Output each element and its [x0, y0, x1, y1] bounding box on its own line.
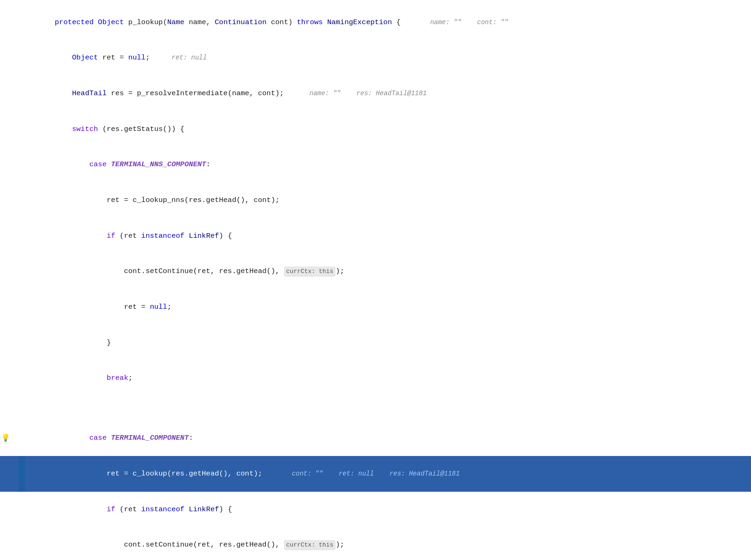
- code-line-15: cont.setContinue(ret, res.getHead(), cur…: [0, 527, 751, 560]
- type-linkref1: LinkRef: [189, 232, 219, 240]
- line-content-11: break;: [25, 361, 751, 397]
- inline-hint-2: currCtx: this: [284, 540, 336, 550]
- code-line-1: protected Object p_lookup(Name name, Con…: [0, 5, 751, 40]
- keyword-instanceof1: instanceof: [141, 232, 184, 240]
- keyword-if2: if: [106, 505, 115, 514]
- line-content-13: ret = c_lookup(res.getHead(), cont); con…: [25, 456, 751, 492]
- code-line-12: 💡 case TERMINAL_COMPONENT:: [0, 421, 751, 456]
- keyword-case1: case: [89, 160, 106, 169]
- line-content-2: Object ret = null; ret: null: [25, 40, 751, 76]
- hint-1: name: "" cont: "": [415, 19, 508, 26]
- code-line-6: ret = c_lookup_nns(res.getHead(), cont);: [0, 182, 751, 218]
- code-line-10: }: [0, 325, 751, 361]
- keyword-null1: null: [128, 53, 145, 62]
- line-content-14: if (ret instanceof LinkRef) {: [25, 492, 751, 527]
- keyword-instanceof2: instanceof: [141, 505, 184, 514]
- debug-marker-b2: [19, 409, 25, 421]
- code-line-13: ret = c_lookup(res.getHead(), cont); con…: [0, 456, 751, 492]
- hint-3: name: "" res: HeadTail@1181: [298, 90, 427, 97]
- keyword-break1: break: [106, 374, 128, 382]
- type-name: Name: [167, 18, 184, 26]
- debug-marker-15: [19, 527, 25, 560]
- case-terminal-nns: TERMINAL_NNS_COMPONENT: [111, 160, 206, 169]
- line-content-15: cont.setContinue(ret, res.getHead(), cur…: [25, 527, 751, 560]
- type-continuation: Continuation: [215, 18, 267, 26]
- lightbulb-icon[interactable]: 💡: [1, 432, 10, 444]
- type-exception: NamingException: [327, 18, 392, 26]
- debug-marker-8: [19, 254, 25, 290]
- line-content-8: cont.setContinue(ret, res.getHead(), cur…: [25, 254, 751, 290]
- debug-marker-14: [19, 492, 25, 527]
- type-headtail: HeadTail: [72, 89, 106, 98]
- debug-marker-5: [19, 147, 25, 183]
- line-content-5: case TERMINAL_NNS_COMPONENT:: [25, 147, 751, 183]
- debug-marker-11: [19, 361, 25, 397]
- blank-line-1: [0, 397, 751, 409]
- keyword-case2: case: [89, 434, 106, 442]
- line-content-10: }: [25, 325, 751, 361]
- debug-marker-7: [19, 218, 25, 254]
- line-content-4: switch (res.getStatus()) {: [25, 111, 751, 147]
- keyword-protected: protected: [55, 18, 94, 26]
- line-content-6: ret = c_lookup_nns(res.getHead(), cont);: [25, 182, 751, 218]
- blank-content-1: [25, 397, 751, 409]
- debug-marker-13: [19, 456, 25, 492]
- debug-marker-9: [19, 290, 25, 326]
- code-editor: protected Object p_lookup(Name name, Con…: [0, 0, 751, 560]
- blank-content-2: [25, 409, 751, 421]
- code-line-9: ret = null;: [0, 290, 751, 326]
- code-line-8: cont.setContinue(ret, res.getHead(), cur…: [0, 254, 751, 290]
- hint-13: cont: "" ret: null res: HeadTail@1181: [276, 470, 460, 477]
- keyword-object2: Object: [72, 53, 98, 62]
- hint-2: ret: null: [164, 54, 206, 61]
- inline-hint-1: currCtx: this: [284, 267, 336, 276]
- code-line-7: if (ret instanceof LinkRef) {: [0, 218, 751, 254]
- debug-marker-12: [19, 421, 25, 456]
- keyword-switch: switch: [72, 125, 98, 133]
- debug-marker-b1: [19, 397, 25, 409]
- code-line-5: case TERMINAL_NNS_COMPONENT:: [0, 147, 751, 183]
- code-line-11: break;: [0, 361, 751, 397]
- line-content-12: case TERMINAL_COMPONENT:: [25, 421, 751, 456]
- line-content-1: protected Object p_lookup(Name name, Con…: [25, 5, 751, 40]
- line-content-3: HeadTail res = p_resolveIntermediate(nam…: [25, 76, 751, 111]
- code-line-4: switch (res.getStatus()) {: [0, 111, 751, 147]
- keyword-null2: null: [150, 303, 167, 311]
- debug-marker-1: [19, 5, 25, 40]
- code-line-14: if (ret instanceof LinkRef) {: [0, 492, 751, 527]
- keyword-throws: throws: [297, 18, 323, 26]
- code-line-3: HeadTail res = p_resolveIntermediate(nam…: [0, 76, 751, 111]
- debug-marker-3: [19, 76, 25, 111]
- case-terminal: TERMINAL_COMPONENT: [111, 434, 189, 442]
- keyword-object: Object: [98, 18, 124, 26]
- line-content-7: if (ret instanceof LinkRef) {: [25, 218, 751, 254]
- debug-marker-2: [19, 40, 25, 76]
- line-content-9: ret = null;: [25, 290, 751, 326]
- debug-marker-6: [19, 182, 25, 218]
- keyword-if1: if: [106, 232, 115, 240]
- code-line-2: Object ret = null; ret: null: [0, 40, 751, 76]
- type-linkref2: LinkRef: [189, 505, 219, 514]
- method-name: p_lookup: [128, 18, 163, 26]
- debug-marker-10: [19, 325, 25, 361]
- blank-line-2: [0, 409, 751, 421]
- debug-marker-4: [19, 111, 25, 147]
